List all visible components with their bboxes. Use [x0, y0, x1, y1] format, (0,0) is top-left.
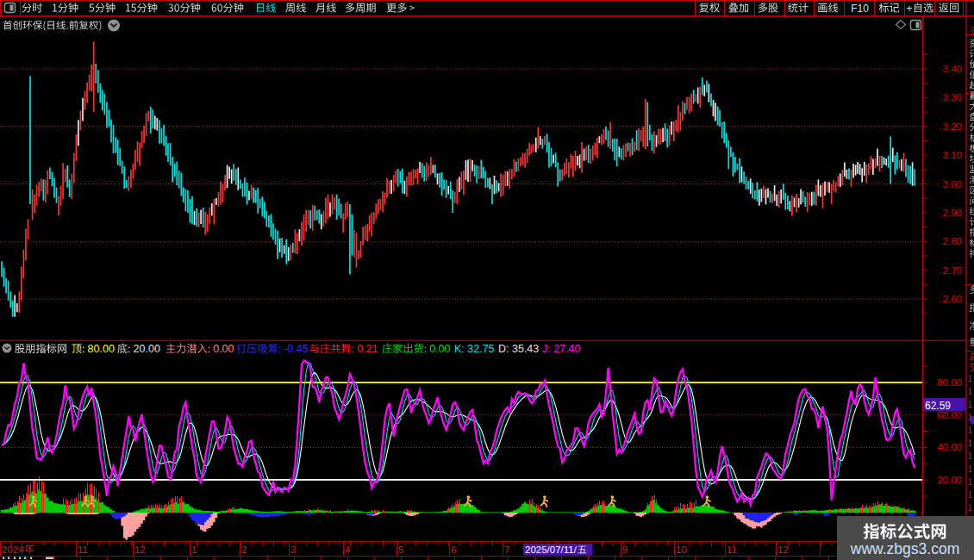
svg-text:F10: F10: [851, 3, 869, 15]
svg-text:20.00: 20.00: [134, 343, 160, 355]
svg-text:11: 11: [78, 544, 88, 555]
svg-text:-0.45: -0.45: [284, 343, 309, 355]
svg-text:3.00: 3.00: [943, 179, 962, 190]
svg-text:3: 3: [290, 544, 296, 555]
svg-text:80.00: 80.00: [88, 343, 115, 355]
svg-text:0.00: 0.00: [429, 343, 450, 355]
svg-text:0.00: 0.00: [213, 343, 234, 355]
svg-text:2.60: 2.60: [943, 294, 962, 304]
svg-text:1: 1: [191, 544, 197, 555]
svg-text:60.00: 60.00: [937, 410, 962, 420]
svg-text:2.90: 2.90: [943, 208, 962, 218]
svg-text:0.21: 0.21: [357, 343, 378, 355]
svg-text:2.70: 2.70: [943, 265, 962, 276]
svg-text:3.40: 3.40: [943, 64, 962, 74]
svg-text:12: 12: [777, 544, 789, 555]
svg-text:10: 10: [676, 544, 687, 555]
svg-text:2025/07/11/: 2025/07/11/: [525, 544, 578, 555]
svg-text:3.30: 3.30: [943, 92, 962, 103]
svg-text:+: +: [906, 3, 912, 15]
svg-text:12: 12: [134, 544, 146, 555]
svg-text:2: 2: [241, 544, 247, 555]
svg-text:5: 5: [398, 544, 403, 555]
svg-text:2.80: 2.80: [943, 236, 962, 246]
svg-text:7: 7: [504, 544, 509, 555]
svg-text:40.00: 40.00: [937, 442, 962, 452]
svg-text:6: 6: [451, 544, 456, 555]
svg-text:J: 27.40: J: 27.40: [542, 343, 581, 355]
svg-text:62.59: 62.59: [925, 400, 951, 412]
svg-text:4: 4: [345, 544, 351, 555]
svg-text:D: 35.43: D: 35.43: [498, 343, 539, 355]
svg-text:www.zbgs3.com: www.zbgs3.com: [850, 540, 959, 557]
svg-text:11: 11: [727, 544, 737, 555]
svg-text:3.10: 3.10: [943, 150, 962, 160]
svg-text:2024: 2024: [2, 544, 24, 555]
svg-text:K: 32.75: K: 32.75: [454, 343, 495, 355]
svg-text:20.00: 20.00: [937, 475, 962, 485]
svg-text:3.20: 3.20: [943, 121, 962, 132]
svg-text:9: 9: [622, 544, 627, 555]
svg-text:80.00: 80.00: [937, 377, 962, 388]
